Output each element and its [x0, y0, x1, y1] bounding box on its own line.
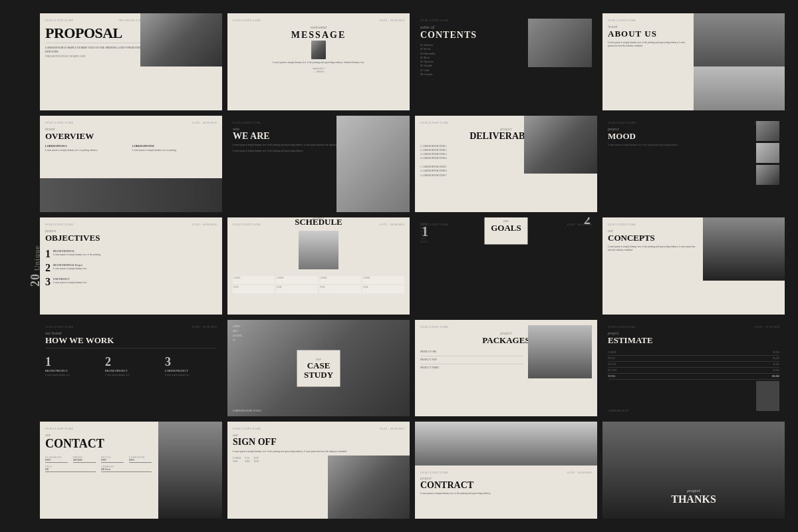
slide-weare[interactable]: FILM·CLIENT NAME DATE - 00/00/0000 who W… [227, 116, 410, 213]
slide-message[interactable]: FILM·CLIENT NAME DATE - 00/00/0000 welco… [227, 13, 410, 110]
goals-num-1: 1 [422, 224, 428, 239]
slide-contract[interactable]: FILM·CLIENT NAME DATE - 00/00/0000 proje… [415, 422, 597, 519]
proposal-body: LOREM IPSUM IS SIMPLY DUMMY TEXT OF THE … [45, 46, 148, 53]
message-body: Lorem ipsum is simply dummy text of the … [233, 61, 404, 65]
contact-fields: ELABORATE INFO PHONE 000-0000 DETAIL INF… [45, 456, 152, 463]
mood-title: MOOD [608, 131, 779, 142]
estimate-title: ESTIMATE [608, 335, 779, 346]
slide-casestudy[interactable]: LOREM ROLE CHANNEL TY our CASESTUDY LORE… [227, 320, 410, 417]
slide-mood[interactable]: FILM·CLIENT NAME DATE - 00/00/0000 proje… [602, 116, 785, 213]
deliverables-list: 1. LOREM IPSUM ITEM 12. LOREM IPSUM ITEM… [420, 144, 520, 178]
signoff-image [328, 456, 410, 519]
thanks-content: project THANKS [602, 488, 785, 505]
slide-meta-left: FILM·CLIENT NAME [608, 19, 636, 22]
signoff-title: SIGN OFF [233, 437, 404, 448]
contact-image [158, 422, 222, 519]
message-signature: signature— Millie [233, 66, 404, 73]
slide-concepts[interactable]: FILM·CLIENT NAME DATE - 00/00/0000 our C… [602, 217, 785, 315]
slide-meta-right: DATE - 00/00/0000 [192, 325, 217, 329]
schedule-title: SCHEDULE [227, 217, 410, 227]
slide-meta-left: FILM·CLIENT NAME [45, 427, 73, 430]
slide-meta-left: FILM·CLIENT NAME [233, 427, 261, 430]
casestudy-sidebar: LOREM ROLE CHANNEL TY [233, 325, 251, 412]
slide-aboutus[interactable]: FILM·CLIENT NAME DATE - 00/00/0000 brand… [602, 13, 785, 110]
message-welcome: welcome [233, 25, 404, 30]
howwework-item-2: 2 BRAND PROJECT Lorem ipsum dummy text. [105, 355, 157, 377]
signoff-col-1: LOREM000 [233, 457, 241, 463]
slide-schedule[interactable]: FILM·CLIENT NAME DATE - 00/00/0000 LOREM… [227, 217, 410, 315]
slide-estimate[interactable]: FILM·CLIENT NAME DATE - 00/00/0000 proje… [602, 320, 785, 417]
slide-meta-right: DATE - 00/00/0000 [192, 223, 217, 226]
casestudy-footer: LOREM IPSUM DE TY DAY [233, 410, 261, 412]
thanks-script: project [602, 488, 785, 493]
estimate-image [756, 381, 779, 411]
howwework-item-3: 3 LOREM PROJECT Lorem ipsum dummy text. [165, 355, 217, 377]
schedule-grid: LOREM LOREM LOREM LOREM ITEM ITEM ITEM I… [233, 276, 404, 293]
slide-deliverables[interactable]: FILM·CLIENT NAME DATE - 00/00/0000 proje… [415, 116, 597, 213]
proposal-image [140, 13, 222, 66]
thanks-meta: FILM·CLIENT NAMEDATE - 00/00/0000 [608, 427, 779, 430]
mood-images [756, 121, 779, 185]
slide-meta-left: FILM·CLIENT NAME [233, 121, 261, 124]
slide-proposal[interactable]: FILM·CLIENT NAME PRE·PROJECT NAME DATE -… [40, 13, 222, 110]
packages-list: PRODUCT ONE PRODUCT TWO PRODUCT THREE [420, 348, 523, 372]
signoff-body: Lorem ipsum is simply dummy text of the … [233, 450, 404, 454]
slide-meta-left: FILM·CLIENT NAME [420, 19, 448, 22]
slide-meta-left: FILM·CLIENT NAME [608, 223, 636, 226]
slide-grid: FILM·CLIENT NAME PRE·PROJECT NAME DATE -… [40, 13, 785, 519]
slide-meta-left: FILM·CLIENT NAME [45, 19, 73, 22]
slide-thanks[interactable]: FILM·CLIENT NAMEDATE - 00/00/0000 projec… [602, 422, 785, 519]
schedule-image [299, 231, 338, 269]
howwework-item-1: 1 BRAND PROJECT Lorem ipsum dummy text. [45, 355, 97, 377]
objective-item-1: 1 BRAND PROPOSALLorem ipsum is simply du… [45, 249, 217, 259]
slide-meta-left: FILM·CLIENT NAME [45, 121, 73, 124]
message-avatar [311, 41, 326, 59]
overview-col2: LOREM IPSUM B Lorem ipsum is simply dumm… [132, 144, 217, 152]
slide-contact[interactable]: FILM·CLIENT NAME DATE - 00/00/0000 our C… [40, 422, 222, 519]
contract-content: FILM·CLIENT NAME DATE - 00/00/0000 proje… [415, 466, 597, 519]
slide-meta-left: FILM·CLIENT NAME [420, 471, 448, 474]
slide-howwework[interactable]: FILM·CLIENT NAME DATE - 00/00/0000 our b… [40, 320, 222, 417]
contract-body: Lorem ipsum is simply dummy text of the … [420, 492, 592, 495]
objectives-title: OBJECTIVES [45, 233, 217, 243]
slide-overview[interactable]: FILM·CLIENT NAME DATE - 00/00/0000 brand… [40, 116, 222, 213]
packages-image [528, 325, 592, 378]
slide-meta-left: FILM·CLIENT NAME [420, 121, 448, 124]
weare-image [336, 116, 410, 213]
signoff-col-3: BAR000 [254, 457, 259, 463]
slide-meta-left: FILM·CLIENT NAME [608, 121, 636, 124]
objective-item-2: 2 BRAND PROPOSAL ProjectLorem ipsum is s… [45, 263, 217, 273]
mood-body: Lorem ipsum is simply dummy text of the … [608, 144, 702, 147]
message-title: MESSAGE [233, 30, 404, 41]
contents-image [528, 19, 592, 67]
aboutus-body: Lorem ipsum is simply dummy text of the … [608, 41, 690, 49]
slide-objectives[interactable]: FILM·CLIENT NAME DATE - 00/00/0000 proje… [40, 217, 222, 315]
slide-signoff[interactable]: FILM·CLIENT NAME DATE - 00/00/0000 our S… [227, 422, 410, 519]
slide-meta-right: DATE - 00/00/0000 [567, 471, 592, 474]
slide-meta-left: FILM·CLIENT NAME [45, 325, 73, 329]
howwework-title: HOW WE WORK [45, 335, 217, 346]
overview-title: OVERVIEW [45, 131, 217, 142]
deliverables-image [524, 116, 597, 174]
slide-meta-left: FILM·CLIENT NAME [233, 19, 261, 22]
casestudy-box: our CASESTUDY [297, 350, 340, 386]
slide-meta-left: FILM·CLIENT NAME [608, 325, 636, 329]
estimate-footer-text: LOREM DOLOR SIT [608, 410, 628, 412]
contract-title: CONTRACT [420, 480, 592, 491]
goals-num-2: 2 [584, 217, 591, 227]
slide-contents[interactable]: FILM·CLIENT NAME DATE - 00/00/0000 table… [415, 13, 597, 110]
slide-meta-right: DATE - 00/00/0000 [755, 325, 779, 329]
slide-meta-left: FILM·CLIENT NAME [45, 223, 73, 226]
overview-image [40, 178, 222, 212]
slide-goals[interactable]: FILM·CLIENT NAME DATE - 00/00/0000 LOREM… [415, 217, 597, 315]
objective-item-3: 3 END PROJECTLorem ipsum is simply dummy… [45, 277, 217, 287]
estimate-table: LOREM$0,000 IPSUM$0,000 DOLOR$0,000 BILS… [608, 350, 779, 380]
concepts-image [703, 217, 785, 281]
aboutus-image-2 [694, 66, 785, 110]
overview-col1: LOREM IPSUM A Lorem ipsum is simply dumm… [45, 144, 130, 152]
contact-subfields: INFO 000 ADDRESS 000 Street [45, 466, 152, 472]
slide-meta-right: DATE - 00/00/0000 [192, 121, 217, 124]
slide-packages[interactable]: FILM·CLIENT NAME DATE - 00/00/0000 proje… [415, 320, 597, 417]
contract-image [415, 422, 597, 466]
concepts-body: Lorem ipsum is simply dummy text of the … [608, 245, 697, 253]
